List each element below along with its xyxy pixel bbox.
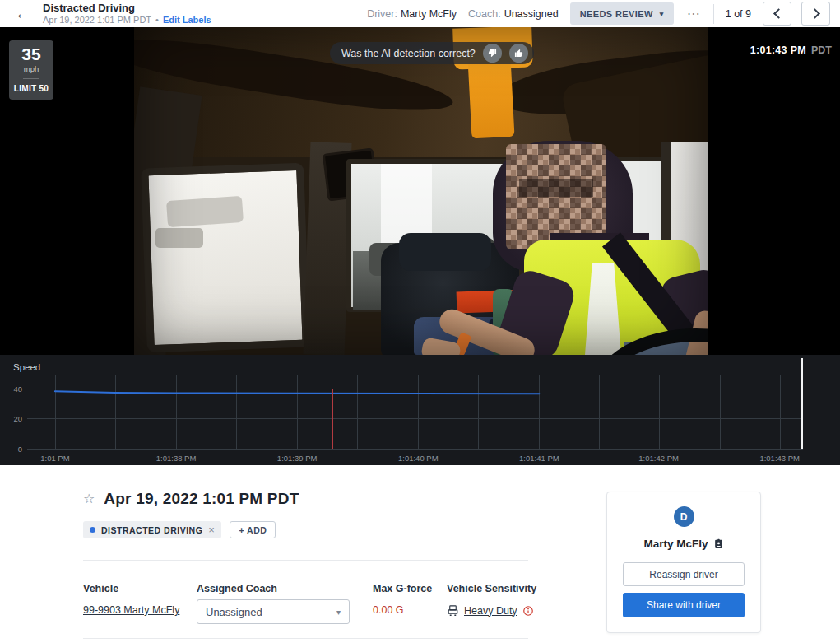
timestamp-value: 1:01:43 PM <box>750 44 806 56</box>
needs-review-dropdown[interactable]: NEEDS REVIEW ▾ <box>570 2 674 25</box>
thumbs-down-button[interactable] <box>483 44 502 63</box>
edit-labels-link[interactable]: Edit Labels <box>163 15 211 26</box>
vignette <box>134 27 708 355</box>
divider <box>713 4 714 24</box>
dot-separator: • <box>155 15 159 26</box>
chevron-left-icon <box>773 8 784 19</box>
event-detail-page: ← Distracted Driving Apr 19, 2022 1:01 P… <box>0 0 840 643</box>
chart-title: Speed <box>13 362 40 372</box>
speed-chart-plot[interactable]: 1:01 PM1:01:38 PM1:01:39 PM1:01:40 PM1:0… <box>27 375 803 449</box>
y-tick-label: 0 <box>18 445 22 454</box>
divider <box>83 560 528 561</box>
y-tick-label: 40 <box>13 384 22 393</box>
thumbs-up-icon <box>514 49 523 58</box>
x-tick-label: 1:01:39 PM <box>277 454 318 463</box>
chevron-down-icon: ▾ <box>336 608 341 617</box>
tag-label: DISTRACTED DRIVING <box>101 525 202 535</box>
dashcam-video-frame[interactable]: Was the AI detection correct? <box>134 27 708 355</box>
star-icon[interactable]: ☆ <box>83 492 95 506</box>
coach-select-value: Unassigned <box>206 606 262 618</box>
x-tick-label: 1:01:41 PM <box>519 454 559 463</box>
video-stage: Was the AI detection correct? 35 mph LIM… <box>0 27 840 355</box>
page-title: Distracted Driving <box>43 2 211 15</box>
reassign-driver-button[interactable]: Reassign driver <box>623 562 745 586</box>
video-timestamp: 1:01:43 PMPDT <box>750 44 832 56</box>
driver-field: Driver:Marty McFly <box>367 8 457 20</box>
info-icon[interactable] <box>522 605 534 617</box>
tag-dot-icon <box>90 527 95 533</box>
driver-value: Marty McFly <box>401 8 457 20</box>
vehicle-label: Vehicle <box>83 583 179 594</box>
ai-feedback-question: Was the AI detection correct? <box>341 48 476 59</box>
back-icon[interactable]: ← <box>15 6 30 21</box>
status-label: NEEDS REVIEW <box>580 9 653 19</box>
timezone: PDT <box>811 44 832 56</box>
sensitivity-label: Vehicle Sensitivity <box>447 583 536 594</box>
driver-card: D Marty McFly Reassign driver Share with… <box>606 492 761 633</box>
event-details-section: ☆ Apr 19, 2022 1:01 PM PDT DISTRACTED DR… <box>0 465 840 643</box>
sensitivity-field: Vehicle Sensitivity Heavy Duty <box>447 583 536 617</box>
speed-limit: LIMIT 50 <box>12 84 51 93</box>
sensitivity-link[interactable]: Heavy Duty <box>464 605 517 617</box>
y-tick-label: 20 <box>13 414 22 423</box>
previous-event-button[interactable] <box>763 2 791 26</box>
gridline <box>27 449 803 450</box>
coach-select[interactable]: Unassigned ▾ <box>197 599 350 624</box>
divider <box>23 78 39 79</box>
assigned-coach-field: Assigned Coach Unassigned ▾ <box>197 583 350 624</box>
speed-badge: 35 mph LIMIT 50 <box>9 40 53 100</box>
tag-close-icon[interactable]: × <box>208 524 215 535</box>
share-with-driver-button[interactable]: Share with driver <box>623 593 745 617</box>
more-options-icon[interactable]: ⋯ <box>685 6 702 21</box>
ai-feedback-pill: Was the AI detection correct? <box>330 42 534 64</box>
vehicle-field: Vehicle 99-9903 Marty McFly <box>83 583 179 616</box>
coach-field: Coach:Unassigned <box>468 8 559 20</box>
x-tick-label: 1:01:43 PM <box>759 454 800 463</box>
speed-chart: Speed 1:01 PM1:01:38 PM1:01:39 PM1:01:40… <box>0 355 840 465</box>
x-tick-label: 1:01 PM <box>40 454 69 463</box>
driver-name: Marty McFly <box>643 538 708 550</box>
x-tick-label: 1:01:42 PM <box>638 454 679 463</box>
x-tick-label: 1:01:38 PM <box>156 454 197 463</box>
thumbs-up-button[interactable] <box>509 44 528 63</box>
chevron-down-icon: ▾ <box>660 10 664 18</box>
top-bar: ← Distracted Driving Apr 19, 2022 1:01 P… <box>0 0 840 27</box>
pager-count: 1 of 9 <box>726 8 751 20</box>
thumbs-down-icon <box>488 49 497 58</box>
driver-avatar: D <box>674 506 694 527</box>
event-tag: DISTRACTED DRIVING × <box>83 521 221 538</box>
speed-value: 35 <box>12 44 51 63</box>
coach-label: Coach: <box>468 8 501 20</box>
gforce-value: 0.00 G <box>373 604 432 616</box>
speed-line-series <box>27 375 803 449</box>
vehicle-link[interactable]: 99-9903 Marty McFly <box>83 604 179 616</box>
event-heading: Apr 19, 2022 1:01 PM PDT <box>104 490 299 508</box>
gforce-label: Max G-force <box>373 583 432 594</box>
gforce-field: Max G-force 0.00 G <box>373 583 432 616</box>
playhead[interactable] <box>801 358 803 449</box>
truck-icon <box>447 604 459 617</box>
driver-label: Driver: <box>367 8 397 20</box>
assigned-coach-label: Assigned Coach <box>197 583 350 594</box>
x-tick-label: 1:01:40 PM <box>398 454 439 463</box>
event-datetime: Apr 19, 2022 1:01 PM PDT <box>43 15 151 26</box>
divider <box>83 638 528 639</box>
add-label-button[interactable]: + ADD <box>230 521 276 538</box>
chevron-right-icon <box>810 8 820 19</box>
next-event-button[interactable] <box>801 2 830 26</box>
coach-value: Unassigned <box>504 8 559 20</box>
event-marker-line <box>332 389 333 449</box>
id-badge-icon <box>713 538 724 549</box>
speed-unit: mph <box>12 64 51 73</box>
event-title-block: Distracted Driving Apr 19, 2022 1:01 PM … <box>43 1 211 26</box>
